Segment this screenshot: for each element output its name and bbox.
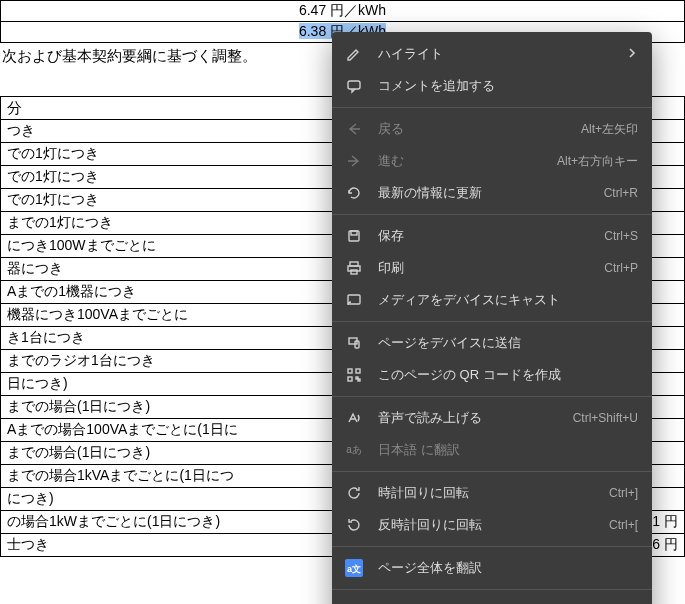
menu-shortcut: Ctrl+R (604, 186, 638, 200)
menu-separator (332, 396, 652, 397)
back-arrow-icon (344, 121, 364, 137)
rate-row-1: 6.47 円／kWh (1, 1, 685, 22)
menu-label: 進む (378, 152, 557, 170)
menu-save[interactable]: 保存 Ctrl+S (332, 220, 652, 252)
menu-shortcut: Ctrl+Shift+U (573, 411, 638, 425)
context-menu: ハイライト コメントを追加する 戻る Alt+左矢印 進む Alt+右方向キー … (332, 32, 652, 604)
menu-separator (332, 546, 652, 547)
svg-rect-5 (351, 270, 357, 274)
forward-arrow-icon (344, 153, 364, 169)
menu-label: ページ全体を翻訳 (378, 559, 638, 577)
menu-separator (332, 214, 652, 215)
menu-label: メディアをデバイスにキャスト (378, 291, 638, 309)
print-icon (344, 260, 364, 276)
menu-shortcut: Ctrl+P (604, 261, 638, 275)
menu-forward[interactable]: 進む Alt+右方向キー (332, 145, 652, 177)
menu-back[interactable]: 戻る Alt+左矢印 (332, 113, 652, 145)
svg-rect-0 (348, 81, 360, 89)
menu-shortcut: Ctrl+S (604, 229, 638, 243)
menu-label: 日本語 に翻訳 (378, 441, 638, 459)
chevron-right-icon (626, 47, 638, 62)
rotate-ccw-icon (344, 517, 364, 533)
menu-label: 戻る (378, 120, 581, 138)
menu-separator (332, 589, 652, 590)
svg-rect-10 (356, 369, 360, 373)
menu-separator (332, 321, 652, 322)
menu-shortcut: Ctrl+[ (609, 518, 638, 532)
comment-icon (344, 78, 364, 94)
cast-icon (344, 292, 364, 308)
svg-rect-2 (351, 231, 357, 235)
menu-shortcut: Alt+右方向キー (557, 153, 638, 170)
menu-shortcut: Ctrl+] (609, 486, 638, 500)
svg-rect-11 (348, 377, 352, 381)
menu-highlight[interactable]: ハイライト (332, 38, 652, 70)
svg-rect-9 (348, 369, 352, 373)
menu-send-to-device[interactable]: ページをデバイスに送信 (332, 327, 652, 359)
menu-label: 最新の情報に更新 (378, 184, 604, 202)
menu-print[interactable]: 印刷 Ctrl+P (332, 252, 652, 284)
device-icon (344, 335, 364, 351)
menu-separator (332, 471, 652, 472)
menu-read-aloud[interactable]: 音声で読み上げる Ctrl+Shift+U (332, 402, 652, 434)
read-aloud-icon (344, 410, 364, 426)
menu-label: 時計回りに回転 (378, 484, 609, 502)
menu-label: 保存 (378, 227, 604, 245)
translate-page-icon: a文 (344, 559, 364, 577)
menu-translate-page[interactable]: a文 ページ全体を翻訳 (332, 552, 652, 584)
menu-label: このページの QR コードを作成 (378, 366, 638, 384)
menu-translate[interactable]: aあ 日本語 に翻訳 (332, 434, 652, 466)
rotate-cw-icon (344, 485, 364, 501)
svg-rect-13 (358, 379, 360, 381)
save-icon (344, 228, 364, 244)
menu-label: ページをデバイスに送信 (378, 334, 638, 352)
menu-label: 反時計回りに回転 (378, 516, 609, 534)
qr-icon (344, 367, 364, 383)
menu-label: 印刷 (378, 259, 604, 277)
menu-shortcut: Alt+左矢印 (581, 121, 638, 138)
menu-label: コメントを追加する (378, 77, 638, 95)
translate-icon: aあ (344, 443, 364, 457)
menu-cast[interactable]: メディアをデバイスにキャスト (332, 284, 652, 316)
menu-reload[interactable]: 最新の情報に更新 Ctrl+R (332, 177, 652, 209)
highlight-icon (344, 46, 364, 62)
menu-separator (332, 107, 652, 108)
menu-rotate-ccw[interactable]: 反時計回りに回転 Ctrl+[ (332, 509, 652, 541)
menu-label: ハイライト (378, 45, 626, 63)
menu-rotate-cw[interactable]: 時計回りに回転 Ctrl+] (332, 477, 652, 509)
menu-create-qr[interactable]: このページの QR コードを作成 (332, 359, 652, 391)
menu-add-comment[interactable]: コメントを追加する (332, 70, 652, 102)
reload-icon (344, 185, 364, 201)
menu-label: 音声で読み上げる (378, 409, 573, 427)
menu-devtools[interactable]: 開発者ツールで調査する (332, 595, 652, 604)
